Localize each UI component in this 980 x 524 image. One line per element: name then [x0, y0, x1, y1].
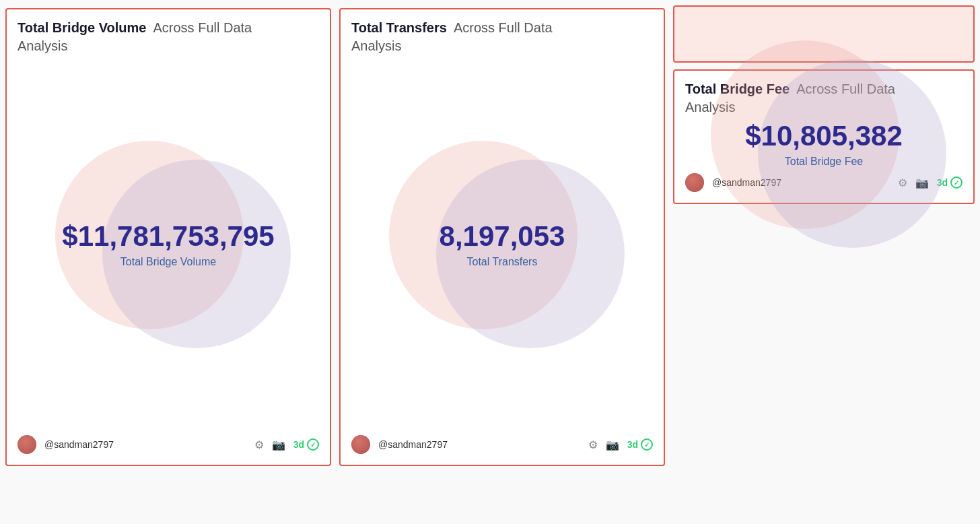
right-column: Total Bridge Fee Across Full Data Analys…: [673, 5, 975, 204]
metric-label-1: Total Bridge Volume: [62, 256, 274, 268]
username-1: @sandman2797: [44, 439, 246, 450]
metric-label-2: Total Transfers: [440, 256, 565, 268]
metric-value-1: $11,781,753,795: [62, 221, 274, 252]
badge-label-1: 3d: [293, 439, 304, 450]
card-subtitle-1: Across Full Data: [153, 20, 252, 36]
card-header-2: Total Transfers Across Full Data Analysi…: [351, 20, 653, 54]
card-title-2: Total Transfers: [351, 20, 447, 36]
badge-3d-1: 3d ✓: [293, 438, 319, 451]
avatar-2: [351, 435, 370, 454]
card-body-3: $10,805,382 Total Bridge Fee: [685, 121, 963, 168]
avatar-3: [685, 173, 704, 192]
metric-value-3: $10,805,382: [745, 121, 903, 152]
badge-check-3: ✓: [950, 176, 963, 189]
camera-icon-1[interactable]: 📷: [272, 438, 285, 451]
card-bridge-fee: Total Bridge Fee Across Full Data Analys…: [673, 69, 975, 204]
cards-container: Total Bridge Volume Across Full Data Ana…: [5, 5, 975, 519]
footer-icons-2: ⚙ 📷 3d ✓: [588, 438, 653, 451]
metric-value-2: 8,197,053: [440, 221, 565, 252]
metric-container-1: $11,781,753,795 Total Bridge Volume: [62, 221, 274, 268]
card-body-1: $11,781,753,795 Total Bridge Volume: [18, 59, 319, 430]
card-footer-1: @sandman2797 ⚙ 📷 3d ✓: [18, 430, 319, 454]
card-subtitle-line2-2: Analysis: [351, 38, 653, 54]
username-2: @sandman2797: [378, 439, 580, 450]
camera-icon-2[interactable]: 📷: [606, 438, 619, 451]
metric-container-3: $10,805,382 Total Bridge Fee: [745, 121, 903, 168]
card-footer-2: @sandman2797 ⚙ 📷 3d ✓: [351, 430, 653, 454]
badge-check-1: ✓: [307, 438, 319, 451]
metric-container-2: 8,197,053 Total Transfers: [440, 221, 565, 268]
user-icon-2[interactable]: ⚙: [588, 438, 598, 451]
card-title-1: Total Bridge Volume: [18, 20, 147, 36]
avatar-inner-1: [18, 435, 36, 454]
card-total-transfers: Total Transfers Across Full Data Analysi…: [339, 8, 665, 466]
badge-3d-2: 3d ✓: [627, 438, 653, 451]
metric-label-3: Total Bridge Fee: [745, 156, 903, 168]
card-subtitle-line2-1: Analysis: [18, 38, 319, 54]
card-subtitle-2: Across Full Data: [454, 20, 553, 36]
avatar-inner-2: [351, 435, 370, 454]
badge-label-2: 3d: [627, 439, 638, 450]
card-body-2: 8,197,053 Total Transfers: [351, 59, 653, 430]
badge-check-2: ✓: [641, 438, 653, 451]
user-icon-1[interactable]: ⚙: [254, 438, 264, 451]
avatar-1: [18, 435, 36, 454]
card-header-1: Total Bridge Volume Across Full Data Ana…: [18, 20, 319, 54]
footer-icons-1: ⚙ 📷 3d ✓: [254, 438, 319, 451]
card-bridge-volume: Total Bridge Volume Across Full Data Ana…: [5, 8, 331, 466]
avatar-inner-3: [685, 173, 704, 192]
